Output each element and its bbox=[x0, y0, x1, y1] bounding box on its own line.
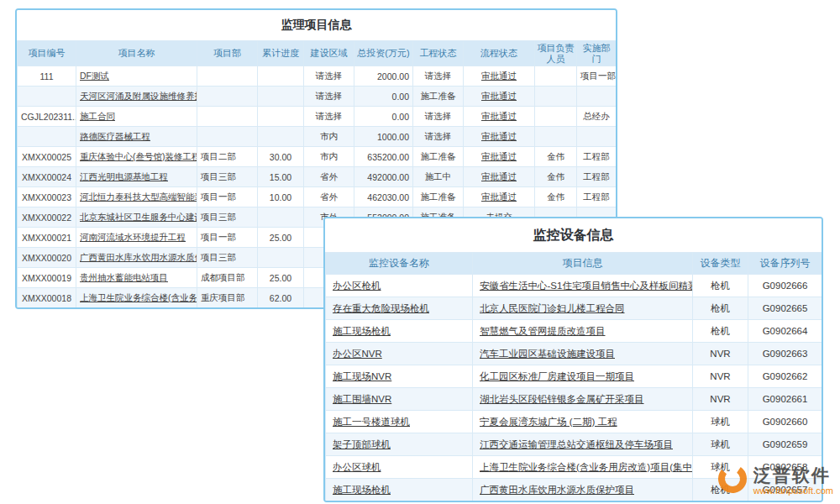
device-name-link[interactable]: 办公区枪机 bbox=[326, 275, 473, 297]
device-name-link[interactable]: 办公区球机 bbox=[326, 456, 473, 479]
device-project-link[interactable]: 广西黄田水库饮用水源水质保护项目 bbox=[473, 479, 693, 501]
device-serial: G0902661 bbox=[748, 388, 822, 411]
device-type: NVR bbox=[693, 388, 748, 411]
flow-status-link[interactable]: 审批通过 bbox=[464, 167, 535, 187]
col-header-project-info: 项目信息 bbox=[473, 253, 693, 275]
project-name-link[interactable]: 贵州抽水蓄能电站项目 bbox=[76, 268, 197, 288]
device-name-link[interactable]: 办公区NVR bbox=[326, 343, 473, 365]
project-code-link[interactable]: XMXX00019 bbox=[18, 268, 76, 288]
col-header-project-code: 项目编号 bbox=[18, 41, 76, 66]
device-type: 球机 bbox=[693, 433, 748, 456]
device-name-link[interactable]: 施工现场枪机 bbox=[326, 479, 473, 501]
device-project-link[interactable]: 湖北岩头区段铅锌银多金属矿开采项目 bbox=[473, 388, 693, 411]
flow-status-link[interactable]: 审批通过 bbox=[464, 107, 535, 127]
project-investment: 0.00 bbox=[354, 107, 413, 127]
project-name-link[interactable]: 天河区河涌及附属设施维修养护和... bbox=[76, 87, 197, 107]
project-code-link bbox=[18, 127, 76, 147]
project-progress bbox=[258, 248, 304, 268]
device-name-link[interactable]: 施工现场枪机 bbox=[326, 320, 473, 343]
table-row: 施工一号楼道球机宁夏会展湾东城广场 (二期) 工程球机G0902660 bbox=[326, 411, 822, 433]
project-investment: 1000.00 bbox=[354, 127, 413, 147]
project-name-link[interactable]: 北京东城社区卫生服务中心建设项... bbox=[76, 207, 197, 228]
project-code-link[interactable]: XMXX00025 bbox=[18, 147, 76, 167]
project-exec-dept: 项目一部 bbox=[577, 66, 617, 87]
device-name-link[interactable]: 存在重大危险现场枪机 bbox=[326, 297, 473, 320]
project-exec-dept bbox=[577, 87, 617, 107]
project-progress bbox=[258, 107, 304, 127]
project-code-link[interactable]: XMXX00022 bbox=[18, 207, 76, 228]
project-dept: 项目三部 bbox=[197, 167, 258, 187]
watermark-url: www.fanpusoft.com bbox=[753, 486, 833, 496]
project-progress bbox=[258, 66, 304, 87]
device-type: 枪机 bbox=[693, 297, 748, 320]
device-name-link[interactable]: 施工一号楼道球机 bbox=[326, 411, 473, 433]
flow-status-link[interactable]: 审批通过 bbox=[464, 187, 535, 207]
device-name-link[interactable]: 施工围墙NVR bbox=[326, 388, 473, 411]
project-code-link[interactable]: XMXX00020 bbox=[18, 248, 76, 268]
project-name-link[interactable]: 施工合同 bbox=[76, 107, 197, 127]
project-code-link[interactable]: XMXX00021 bbox=[18, 228, 76, 248]
project-progress: 30.00 bbox=[258, 147, 304, 167]
device-type: NVR bbox=[693, 343, 748, 365]
device-project-link[interactable]: 江西交通运输管理总站交通枢纽及停车场项目 bbox=[473, 433, 693, 456]
project-code-link[interactable]: 111 bbox=[18, 66, 76, 87]
flow-status-link[interactable]: 审批通过 bbox=[464, 87, 535, 107]
project-investment: 635200.00 bbox=[354, 147, 413, 167]
project-name-link[interactable]: 广西黄田水库水饮用水源水质保护项目 bbox=[76, 248, 197, 268]
col-header-progress: 累计进度 bbox=[258, 41, 304, 66]
project-name-link[interactable]: 江西光明电源基地工程 bbox=[76, 167, 197, 187]
col-header-investment: 总投资(万元) bbox=[354, 41, 413, 66]
device-serial: G0902666 bbox=[748, 275, 822, 297]
project-dept: 项目三部 bbox=[197, 207, 258, 228]
fanpu-logo-icon bbox=[716, 462, 749, 499]
flow-status-link[interactable]: 审批通过 bbox=[464, 66, 535, 87]
project-region: 市内 bbox=[304, 127, 354, 147]
project-name-link[interactable]: 路德医疗器械工程 bbox=[76, 127, 197, 147]
project-status: 施工准备 bbox=[413, 187, 464, 207]
col-header-device-type: 设备类型 bbox=[693, 253, 748, 275]
device-project-link[interactable]: 上海卫生院业务综合楼(含业务用房改造)项目(集中隔离... bbox=[473, 456, 693, 479]
project-name-link[interactable]: 河北恒力泰科技大型高端智能装备... bbox=[76, 187, 197, 207]
col-header-device-name: 监控设备名称 bbox=[326, 253, 473, 275]
project-owner bbox=[535, 66, 577, 87]
table-row: 路德医疗器械工程市内1000.00请选择审批通过 bbox=[18, 127, 617, 147]
device-serial: G0902665 bbox=[748, 297, 822, 320]
device-project-link[interactable]: 化工园区标准厂房建设项目一期项目 bbox=[473, 365, 693, 388]
project-name-link[interactable]: 上海卫生院业务综合楼(含业务用... bbox=[76, 288, 197, 308]
table-row: 架子顶部球机江西交通运输管理总站交通枢纽及停车场项目球机G0902659 bbox=[326, 433, 822, 456]
flow-status-link[interactable]: 审批通过 bbox=[464, 127, 535, 147]
device-name-link[interactable]: 施工现场NVR bbox=[326, 365, 473, 388]
device-type: 球机 bbox=[693, 411, 748, 433]
project-progress: 10.00 bbox=[258, 187, 304, 207]
project-dept bbox=[197, 66, 258, 87]
table-row: XMXX00025重庆体验中心(叁号馆)装修工程项目二部30.00市内63520… bbox=[18, 147, 617, 167]
project-region: 请选择 bbox=[304, 66, 354, 87]
project-exec-dept bbox=[577, 127, 617, 147]
project-code-link[interactable]: XMXX00023 bbox=[18, 187, 76, 207]
device-project-link[interactable]: 安徽省生活中心-S1住宅项目销售中心及样板间精装修... bbox=[473, 275, 693, 297]
project-progress bbox=[258, 207, 304, 228]
device-project-link[interactable]: 宁夏会展湾东城广场 (二期) 工程 bbox=[473, 411, 693, 433]
project-name-link[interactable]: DF测试 bbox=[76, 66, 197, 87]
device-project-link[interactable]: 汽车工业园区基础设施建设项目 bbox=[473, 343, 693, 365]
project-dept: 项目一部 bbox=[197, 187, 258, 207]
project-dept: 成都项目部 bbox=[197, 268, 258, 288]
project-name-link[interactable]: 重庆体验中心(叁号馆)装修工程 bbox=[76, 147, 197, 167]
supervision-table-header-row: 项目编号 项目名称 项目部 累计进度 建设区域 总投资(万元) 工程状态 流程状… bbox=[18, 41, 617, 66]
col-header-flow-status: 流程状态 bbox=[464, 41, 535, 66]
project-dept: 项目一部 bbox=[197, 228, 258, 248]
device-project-link[interactable]: 智慧燃气及管网提质改造项目 bbox=[473, 320, 693, 343]
table-row: 办公区NVR汽车工业园区基础设施建设项目NVRG0902663 bbox=[326, 343, 822, 365]
device-project-link[interactable]: 北京人民医院门诊妇儿楼工程合同 bbox=[473, 297, 693, 320]
project-code-link[interactable]: XMXX00018 bbox=[18, 288, 76, 308]
project-code-link[interactable]: CGJL202311... bbox=[18, 107, 76, 127]
watermark: 泛普软件 www.fanpusoft.com bbox=[716, 462, 833, 499]
project-name-link[interactable]: 河南河流域水环境提升工程 bbox=[76, 228, 197, 248]
flow-status-link[interactable]: 审批通过 bbox=[464, 147, 535, 167]
device-name-link[interactable]: 架子顶部球机 bbox=[326, 433, 473, 456]
project-code-link[interactable]: XMXX00024 bbox=[18, 167, 76, 187]
project-exec-dept: 工程部 bbox=[577, 167, 617, 187]
table-row: 办公区枪机安徽省生活中心-S1住宅项目销售中心及样板间精装修...枪机G0902… bbox=[326, 275, 822, 297]
project-dept: 项目二部 bbox=[197, 147, 258, 167]
project-dept bbox=[197, 87, 258, 107]
